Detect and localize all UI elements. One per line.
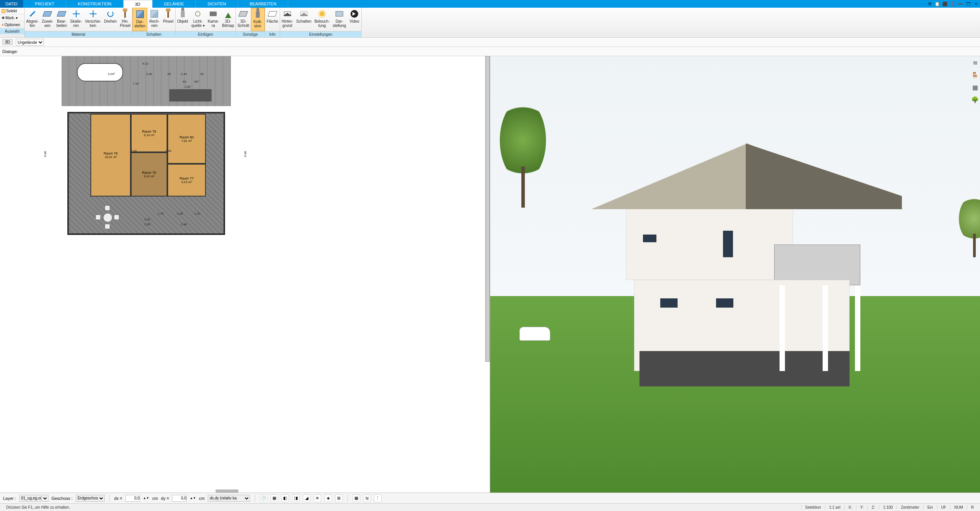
room-77[interactable]: Raum 776,23 m²: [167, 164, 206, 196]
menu-konstruktion[interactable]: KONSTRUKTION: [66, 0, 123, 8]
right-tool-strip: ≋ 🪑 ▦ 🌳: [971, 58, 979, 104]
skalieren-button[interactable]: Skalie- ren: [68, 8, 83, 31]
objekt-button[interactable]: Objekt: [175, 8, 190, 31]
icon-2[interactable]: ▦: [270, 494, 278, 502]
room-79[interactable]: Raum 795,10 m²: [131, 114, 167, 152]
menu-gelaende[interactable]: GELÄNDE: [152, 0, 196, 8]
3dschnitt-button[interactable]: 3D- Schnitt: [236, 8, 251, 31]
dim: 2,40: [144, 223, 150, 226]
darstellen-button[interactable]: Dar- stellen: [132, 8, 147, 31]
tree-icon[interactable]: 🌳: [971, 95, 979, 104]
coord-mode-select[interactable]: dx,dy (relativ ka: [208, 495, 250, 502]
icon-8[interactable]: ⊞: [335, 494, 343, 502]
selekt-button[interactable]: Selekt: [0, 8, 24, 15]
garage-2d: [169, 89, 212, 102]
dim: 2,00: [165, 149, 172, 153]
dim: 2,00: [131, 149, 137, 153]
darstellung-button[interactable]: Dar- stellung: [331, 8, 347, 31]
history-icon[interactable]: 🕑: [260, 494, 267, 502]
drehen-button[interactable]: Drehen: [103, 8, 119, 31]
minimize-icon[interactable]: ➖: [958, 1, 963, 7]
beleuchtung-button[interactable]: Beleuch- tung: [313, 8, 331, 31]
dim: 2,44: [181, 223, 187, 226]
menu-datei[interactable]: DATEI: [0, 0, 23, 8]
schatten2-button[interactable]: Schatten: [295, 8, 313, 31]
furniture-set: [96, 206, 119, 229]
menu-3d[interactable]: 3D: [124, 0, 152, 8]
dim: 6,86: [244, 151, 247, 157]
3d-view[interactable]: ≋ 🪑 ▦ 🌳: [490, 56, 980, 493]
dim: 9,12: [142, 62, 149, 65]
tools-icon[interactable]: 🛠: [927, 1, 932, 7]
kollision-button[interactable]: Kolli- sion: [251, 8, 265, 31]
pinsel-button[interactable]: Pinsel: [161, 8, 175, 31]
grid-icon[interactable]: ▦: [352, 494, 360, 502]
menu-bearbeiten[interactable]: BEARBEITEN: [238, 0, 289, 8]
maximize-icon[interactable]: 🗖: [965, 1, 971, 7]
room-76[interactable]: Raum 769,12 m²: [131, 152, 167, 196]
menu-projekt[interactable]: PROJEKT: [23, 0, 67, 8]
chair-icon[interactable]: 🪑: [971, 71, 979, 79]
balcony: [774, 245, 860, 285]
clipboard-icon[interactable]: 📋: [935, 1, 940, 7]
scrollbar-vertical[interactable]: [485, 56, 490, 362]
dim: 1,00: [177, 212, 183, 215]
status-sel: 1:1 sel: [825, 505, 844, 509]
workspace: Raum 7818,01 m² Raum 795,10 m² Raum 769,…: [0, 56, 980, 493]
status-y: Y:: [856, 505, 868, 509]
status-x: X:: [844, 505, 856, 509]
layer-select[interactable]: 01_ug,eg,o(: [19, 495, 48, 502]
help-icon[interactable]: ❓: [950, 1, 955, 7]
bearbeiten-button[interactable]: Bear- beiten: [55, 8, 68, 31]
hintergrund-button[interactable]: Hinter- grund: [280, 8, 295, 31]
lichtquelle-button[interactable]: Licht- quelle ▾: [190, 8, 206, 31]
icon-5[interactable]: ◢: [303, 494, 311, 502]
flaeche-button[interactable]: Fläche: [265, 8, 280, 31]
status-bar: Drücken Sie F1, um Hilfe zu erhalten. Se…: [0, 503, 980, 511]
geschoss-select[interactable]: Erdgeschos: [76, 495, 105, 502]
dim: 1,75: [158, 212, 164, 215]
optionen-button[interactable]: +Optionen: [0, 22, 24, 28]
group-einstellungen: Einstellungen: [280, 31, 361, 37]
dim: 2,40: [146, 72, 152, 76]
roof-side: [746, 143, 902, 209]
menu-dots-icon[interactable]: ⋮: [374, 494, 382, 502]
group-sonstige: Sonstige: [236, 31, 265, 37]
dim: 25: [167, 72, 171, 76]
menu-sichten[interactable]: SICHTEN: [196, 0, 238, 8]
zuweisen-button[interactable]: Zuwei- sen: [40, 8, 55, 31]
square-icon[interactable]: ⬛: [942, 1, 948, 7]
status-selektion: Selektion: [801, 505, 825, 509]
terrain-dropdown[interactable]: Urgelände: [16, 39, 44, 46]
hinpinsel-button[interactable]: Hin. Pinsel: [118, 8, 132, 31]
icon-3[interactable]: ◧: [281, 494, 289, 502]
mark-button[interactable]: ✥ Mark. ▾: [0, 15, 24, 22]
layers-icon[interactable]: ≋: [971, 58, 979, 67]
icon-4[interactable]: ◨: [292, 494, 300, 502]
3dbitmap-button[interactable]: 3D- Bitmap: [220, 8, 235, 31]
rechnen-button[interactable]: Rech- nen: [147, 8, 161, 31]
scrollbar-horizontal[interactable]: [215, 489, 239, 493]
status-unit: Zentimeter: [897, 505, 923, 509]
room-78[interactable]: Raum 7818,01 m²: [90, 114, 131, 196]
floorplan-view[interactable]: Raum 7818,01 m² Raum 795,10 m² Raum 769,…: [0, 56, 490, 493]
dx-input[interactable]: [125, 495, 140, 502]
dialoge-bar: Dialoge:: [0, 47, 980, 56]
house-3d: [613, 143, 882, 396]
dim: 6,86: [43, 151, 47, 157]
tree-right: [959, 196, 980, 257]
room-80[interactable]: Raum 807,81 m²: [167, 114, 206, 164]
icon-6[interactable]: ≋: [314, 494, 321, 502]
n-icon[interactable]: N: [363, 494, 371, 502]
kamera-button[interactable]: Kame- ra: [206, 8, 220, 31]
palette-icon[interactable]: ▦: [971, 83, 979, 92]
close-icon[interactable]: ✕: [973, 1, 978, 7]
abgreifen-button[interactable]: Abgrei- fen: [25, 8, 40, 31]
dim: 93: [183, 80, 186, 83]
dy-input[interactable]: [172, 495, 187, 502]
icon-7[interactable]: ◈: [324, 494, 332, 502]
verschieben-button[interactable]: Verschie- ben: [83, 8, 103, 31]
dim: 2,44: [181, 72, 187, 76]
video-button[interactable]: Video: [347, 8, 361, 31]
status-hint: Drücken Sie F1, um Hilfe zu erhalten.: [2, 505, 801, 509]
